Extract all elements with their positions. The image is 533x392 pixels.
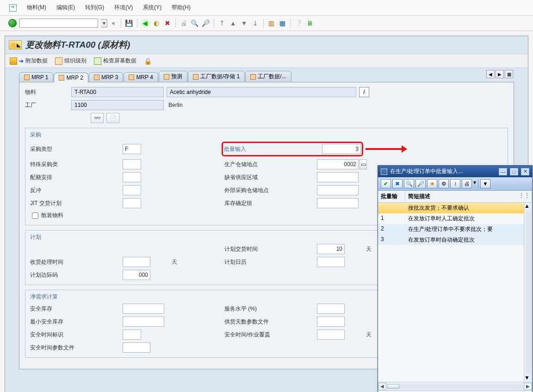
table-row[interactable]: 3 在发放订单时自动确定批次	[378, 235, 532, 245]
enter-icon[interactable]	[8, 19, 17, 27]
display-toggle-button[interactable]: 🔆◣	[9, 40, 22, 50]
menu-material[interactable]: 物料(M)	[27, 4, 46, 12]
popup-titlebar[interactable]: 在生产/处理订单中批量输入... — □ ✕	[378, 166, 532, 177]
tab-mrp2[interactable]: MRP 2	[54, 73, 88, 82]
menu-environment[interactable]: 环境(V)	[114, 4, 133, 12]
scroll-up-button[interactable]: ▲	[524, 203, 532, 210]
print-icon[interactable]: 🖨	[180, 19, 188, 27]
scroll-right-button[interactable]: ▶	[524, 383, 532, 390]
tab-mrp4[interactable]: MRP 4	[124, 72, 158, 82]
table-row[interactable]: 2 在生产/处理订单中不要求批次；要	[378, 224, 532, 235]
tab-plant-storage1[interactable]: 工厂数据/存储 1	[188, 71, 245, 82]
service-level-input[interactable]	[317, 304, 345, 314]
separator	[137, 19, 137, 28]
first-page-icon[interactable]: ⤒	[218, 19, 226, 27]
menu-help[interactable]: 帮助(H)	[172, 4, 191, 12]
minimize-button[interactable]: —	[499, 168, 507, 175]
tab-scroll-right-button[interactable]: ▶	[496, 70, 504, 78]
history-back-icon[interactable]: «	[110, 20, 117, 26]
tab-mrp3[interactable]: MRP 3	[89, 72, 123, 82]
check-icon	[94, 57, 101, 65]
menu-edit[interactable]: 编辑(E)	[56, 4, 75, 12]
stock-grp-input[interactable]	[317, 198, 359, 208]
help-icon[interactable]: ❔	[295, 19, 303, 27]
menu-system[interactable]: 系统(Y)	[143, 4, 161, 12]
command-dropdown[interactable]: ▾	[101, 19, 107, 27]
org-level-button[interactable]: 组织级别	[55, 57, 87, 65]
margin-input[interactable]	[123, 270, 150, 280]
search-help-button[interactable]: ▭	[359, 159, 367, 169]
tab-scroll-left-button[interactable]: ◀	[486, 70, 495, 78]
favorite-button[interactable]: ★	[427, 179, 437, 188]
gr-time-input[interactable]	[123, 257, 150, 267]
find-again-button[interactable]: 🔎	[415, 179, 426, 188]
proc-type-input[interactable]	[123, 144, 141, 154]
shortcut-icon[interactable]: ▦	[279, 19, 287, 27]
tab-mrp1[interactable]: MRP 1	[19, 72, 53, 82]
command-field[interactable]	[19, 19, 98, 28]
vertical-scrollbar[interactable]: ▲ ▼	[524, 203, 532, 382]
default-area-input[interactable]	[317, 172, 359, 182]
cancel-icon[interactable]: ✖	[163, 19, 172, 27]
tab-plant-more[interactable]: 工厂数据/...	[245, 71, 291, 82]
personal-list-button[interactable]: ⚙	[439, 179, 449, 188]
ext-loc-input[interactable]	[317, 185, 359, 195]
find-next-icon[interactable]: 🔎	[202, 19, 210, 27]
info-button[interactable]: i	[359, 87, 369, 97]
find-button[interactable]: 🔍	[404, 179, 414, 188]
back-icon[interactable]: ◀	[141, 19, 149, 27]
additional-data-button[interactable]: ➔ 附加数据	[10, 57, 48, 65]
group-title: 采购	[30, 131, 503, 139]
scroll-left-button[interactable]: ◀	[378, 383, 386, 390]
plan-deliv-input[interactable]	[317, 244, 345, 254]
document-button[interactable]: 📄	[106, 113, 119, 123]
lock-button[interactable]: 🔒	[144, 57, 152, 65]
batch-entry-input[interactable]	[322, 144, 361, 154]
plan-cal-input[interactable]	[317, 257, 345, 267]
jit-input[interactable]	[123, 198, 141, 208]
next-page-icon[interactable]: ▼	[240, 19, 248, 27]
scroll-track[interactable]	[387, 384, 523, 389]
safety-stock-input[interactable]	[123, 304, 164, 314]
safetime-override-label: 安全时间/作业覆盖	[224, 331, 317, 339]
tab-forecast[interactable]: 预测	[159, 71, 187, 82]
local-layout-icon[interactable]: 🖥	[306, 19, 314, 27]
table-row[interactable]: 按批次发货；不要求确认	[378, 203, 532, 213]
coverage-profile-input[interactable]	[317, 317, 345, 327]
new-session-icon[interactable]: ▥	[267, 19, 276, 27]
bulk-checkbox[interactable]	[32, 212, 38, 219]
tab-list-button[interactable]: ▦	[505, 70, 513, 78]
safetime-override-input[interactable]	[317, 330, 345, 340]
sort-button[interactable]: ↕	[450, 179, 460, 188]
prod-loc-input[interactable]	[317, 159, 359, 169]
maximize-button[interactable]: □	[510, 168, 518, 175]
find-icon[interactable]: 🔍	[191, 19, 199, 27]
scroll-track[interactable]	[526, 211, 531, 373]
table-row[interactable]: 1 在发放订单时人工确定批次	[378, 213, 532, 224]
accept-button[interactable]: ✔	[381, 179, 391, 188]
cancel-search-button[interactable]: ✖	[392, 179, 403, 188]
filter-button[interactable]: ▼	[480, 179, 490, 188]
min-safety-input[interactable]	[123, 317, 164, 327]
scroll-thumb[interactable]	[387, 384, 399, 389]
check-screen-button[interactable]: 检查屏幕数据	[94, 57, 136, 65]
scroll-down-button[interactable]: ▼	[524, 374, 532, 382]
exit-icon[interactable]: ◐	[152, 19, 161, 27]
prev-page-icon[interactable]: ▲	[229, 19, 237, 27]
close-button[interactable]: ✕	[521, 168, 529, 175]
print-button[interactable]: 🖨	[462, 179, 472, 188]
safetime-ind-input[interactable]	[123, 330, 141, 340]
last-page-icon[interactable]: ⤓	[251, 19, 260, 27]
separator	[175, 19, 176, 28]
column-resize-icon[interactable]: ⋮⋮	[519, 192, 530, 199]
horizontal-scrollbar[interactable]: ◀ ▶	[378, 382, 532, 390]
special-proc-input[interactable]	[123, 159, 141, 169]
safetime-profile-input[interactable]	[123, 342, 150, 353]
menu-goto[interactable]: 转到(G)	[85, 4, 104, 12]
glasses-button[interactable]: 👓	[91, 113, 104, 123]
backflush-input[interactable]	[123, 185, 141, 195]
col-key-header[interactable]: 批量输	[378, 191, 405, 202]
quota-input[interactable]	[123, 172, 141, 182]
save-icon[interactable]: 💾	[125, 19, 133, 27]
col-desc-header[interactable]: 简短描述⋮⋮	[405, 191, 532, 202]
